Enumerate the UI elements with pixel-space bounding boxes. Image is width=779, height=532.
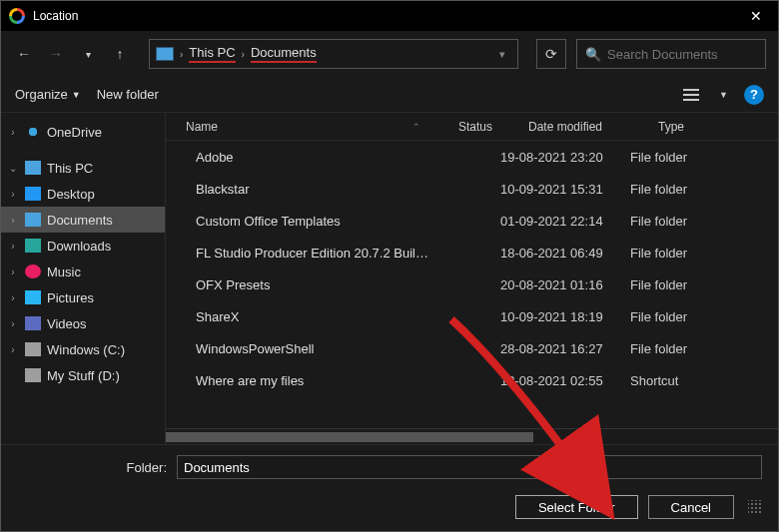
- svg-rect-1: [683, 94, 699, 96]
- chevron-right-icon[interactable]: ›: [7, 266, 19, 277]
- file-date: 18-06-2021 06:49: [500, 246, 630, 261]
- recent-dropdown[interactable]: ▾: [77, 43, 99, 65]
- file-date: 10-09-2021 15:31: [500, 182, 630, 197]
- file-row[interactable]: Blackstar10-09-2021 15:31File folder: [166, 173, 778, 205]
- documents-icon: [25, 213, 41, 227]
- tree-label: Videos: [47, 316, 87, 331]
- search-box[interactable]: 🔍: [576, 39, 766, 69]
- folder-input[interactable]: [177, 455, 762, 479]
- column-status[interactable]: Status: [450, 120, 520, 134]
- file-row[interactable]: ShareX10-09-2021 18:19File folder: [166, 300, 778, 332]
- file-type: File folder: [630, 246, 778, 261]
- address-bar[interactable]: › This PC › Documents ▾: [149, 39, 518, 69]
- tree-label: This PC: [47, 161, 93, 176]
- horizontal-scrollbar[interactable]: [166, 428, 778, 444]
- file-date: 13-08-2021 02:55: [500, 373, 630, 388]
- chevron-right-icon[interactable]: ›: [7, 215, 19, 226]
- tree-label: Desktop: [47, 187, 95, 202]
- file-row[interactable]: OFX Presets20-08-2021 01:16File folder: [166, 268, 778, 300]
- file-row[interactable]: FL Studio Producer Edition 20.7.2 Build …: [166, 237, 778, 268]
- tree-downloads[interactable]: › Downloads: [1, 233, 165, 259]
- file-row[interactable]: Custom Office Templates01-09-2021 22:14F…: [166, 205, 778, 237]
- search-input[interactable]: [607, 47, 775, 62]
- file-row[interactable]: WindowsPowerShell28-08-2021 16:27File fo…: [166, 332, 778, 364]
- file-date: 19-08-2021 23:20: [500, 150, 630, 165]
- chevron-right-icon[interactable]: ›: [7, 318, 19, 329]
- breadcrumb-documents[interactable]: Documents: [251, 45, 317, 63]
- location-icon: [156, 47, 174, 61]
- new-folder-label: New folder: [97, 87, 159, 102]
- pc-icon: [25, 161, 41, 175]
- chevron-right-icon: ›: [180, 49, 183, 60]
- desktop-icon: [25, 187, 41, 201]
- organize-menu[interactable]: Organize ▼: [15, 87, 81, 102]
- videos-icon: [25, 316, 41, 330]
- file-date: 28-08-2021 16:27: [500, 341, 630, 356]
- file-row[interactable]: Where are my files13-08-2021 02:55Shortc…: [166, 364, 778, 396]
- chevron-down-icon[interactable]: ⌄: [7, 163, 19, 174]
- file-date: 10-09-2021 18:19: [500, 309, 630, 324]
- window-title: Location: [33, 9, 78, 23]
- column-name[interactable]: Name⌃: [166, 120, 450, 134]
- titlebar: Location ✕: [1, 1, 778, 31]
- chevron-right-icon[interactable]: ›: [7, 292, 19, 303]
- cloud-icon: [25, 125, 41, 139]
- file-row[interactable]: Adobe19-08-2021 23:20File folder: [166, 141, 778, 173]
- up-button[interactable]: ↑: [109, 43, 131, 65]
- tree-label: Music: [47, 265, 81, 279]
- chevron-right-icon[interactable]: ›: [7, 344, 19, 355]
- chevron-right-icon[interactable]: ›: [7, 127, 19, 138]
- svg-rect-2: [683, 99, 699, 101]
- column-type[interactable]: Type: [650, 120, 778, 134]
- column-headers: Name⌃ Status Date modified Type: [166, 113, 778, 141]
- file-type: Shortcut: [630, 373, 778, 388]
- chevron-right-icon[interactable]: ›: [7, 189, 19, 200]
- close-button[interactable]: ✕: [742, 6, 770, 26]
- file-type: File folder: [630, 182, 778, 197]
- tree-pictures[interactable]: › Pictures: [1, 284, 165, 310]
- view-options[interactable]: [679, 83, 703, 107]
- chevron-down-icon[interactable]: ▼: [719, 90, 728, 100]
- tree-thispc[interactable]: ⌄ This PC: [1, 155, 165, 181]
- chevron-right-icon[interactable]: ›: [7, 241, 19, 252]
- drive-icon: [25, 342, 41, 356]
- folder-label: Folder:: [17, 460, 167, 475]
- tree-windows-c[interactable]: › Windows (C:): [1, 336, 165, 362]
- tree-label: OneDrive: [47, 125, 102, 140]
- new-folder-button[interactable]: New folder: [97, 87, 159, 102]
- file-type: File folder: [630, 309, 778, 324]
- tree-desktop[interactable]: › Desktop: [1, 181, 165, 207]
- select-folder-button[interactable]: Select Folder: [515, 495, 638, 519]
- tree-videos[interactable]: › Videos: [1, 310, 165, 336]
- tree-onedrive[interactable]: › OneDrive: [1, 119, 165, 145]
- refresh-button[interactable]: ⟳: [536, 39, 566, 69]
- svg-rect-0: [683, 89, 699, 91]
- downloads-icon: [25, 239, 41, 253]
- column-date[interactable]: Date modified: [520, 120, 650, 134]
- address-dropdown[interactable]: ▾: [493, 48, 511, 61]
- resize-grip[interactable]: [748, 500, 762, 514]
- file-date: 20-08-2021 01:16: [500, 277, 630, 292]
- forward-button[interactable]: →: [45, 43, 67, 65]
- tree-music[interactable]: › Music: [1, 259, 165, 284]
- navigation-tree: › OneDrive ⌄ This PC › Desktop › Documen…: [1, 113, 166, 444]
- sort-indicator-icon: ⌃: [412, 122, 420, 132]
- file-date: 01-09-2021 22:14: [500, 214, 630, 229]
- file-rows-container: Adobe19-08-2021 23:20File folderBlacksta…: [166, 141, 778, 428]
- back-button[interactable]: ←: [13, 43, 35, 65]
- file-type: File folder: [630, 341, 778, 356]
- tree-documents[interactable]: › Documents: [1, 207, 165, 233]
- file-type: File folder: [630, 214, 778, 229]
- tree-label: Pictures: [47, 290, 94, 305]
- breadcrumb-thispc[interactable]: This PC: [189, 45, 235, 63]
- search-icon: 🔍: [585, 47, 601, 62]
- drive-icon: [25, 368, 41, 382]
- cancel-button[interactable]: Cancel: [648, 495, 734, 519]
- chevron-right-icon: ›: [242, 49, 245, 60]
- tree-mystuff-d[interactable]: My Stuff (D:): [1, 362, 165, 388]
- help-button[interactable]: ?: [744, 85, 764, 105]
- tree-label: My Stuff (D:): [47, 368, 120, 383]
- scroll-thumb[interactable]: [166, 432, 533, 442]
- organize-label: Organize: [15, 87, 68, 102]
- music-icon: [25, 265, 41, 278]
